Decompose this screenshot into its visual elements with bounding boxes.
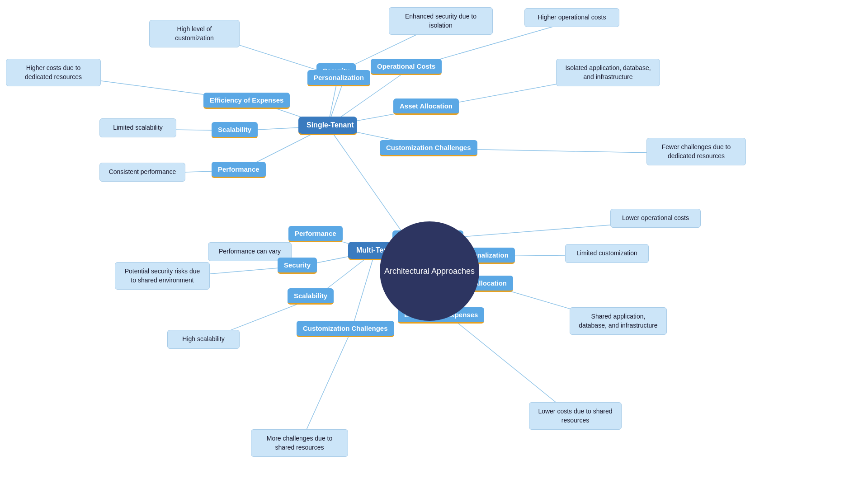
leaf-st-opcosts: Higher operational costs	[524, 8, 619, 27]
leaf-st-custom-ch: Fewer challenges due to dedicated resour…	[646, 138, 746, 165]
svg-line-24	[352, 251, 375, 329]
leaf-mt-scalability: High scalability	[167, 330, 240, 349]
mid-mt-security: Security	[278, 258, 317, 274]
leaf-mt-efficiency: Lower costs due to shared resources	[529, 402, 622, 430]
mind-map-canvas: Architectural ApproachesSingle-TenantSec…	[0, 0, 868, 488]
leaf-st-asset: Isolated application, database, and infr…	[556, 59, 660, 86]
leaf-st-performance: Consistent performance	[99, 163, 185, 182]
center-node: Architectural Approaches	[380, 221, 479, 321]
svg-line-25	[300, 329, 352, 445]
leaf-mt-personalization: Limited customization	[565, 244, 649, 263]
leaf-st-personalization: High level of customization	[149, 20, 240, 47]
leaf-mt-security: Potential security risks due to shared e…	[115, 262, 210, 290]
mid-st-custom-ch: Customization Challenges	[380, 140, 477, 156]
mid-st-performance: Performance	[212, 162, 266, 178]
leaf-st-scalability: Limited scalability	[99, 118, 176, 137]
mid-st-efficiency: Efficiency of Expenses	[203, 93, 290, 109]
mid-mt-customch: Customization Challenges	[297, 321, 394, 337]
mid-st-opcosts: Operational Costs	[371, 59, 442, 75]
leaf-mt-opcosts: Lower operational costs	[610, 209, 701, 228]
leaf-mt-customch: More challenges due to shared resources	[251, 429, 348, 457]
mid-st-personalization: Personalization	[307, 70, 370, 86]
mid-st-asset: Asset Allocation	[393, 99, 459, 115]
leaf-st-efficiency: Higher costs due to dedicated resources	[6, 59, 101, 86]
mid-mt-performance: Performance	[288, 226, 343, 242]
leaf-st-security: Enhanced security due to isolation	[389, 7, 493, 35]
mid-st-scalability: Scalability	[212, 122, 258, 138]
branch-single-tenant: Single-Tenant	[298, 117, 357, 135]
leaf-mt-asset: Shared application, database, and infras…	[570, 307, 667, 335]
mid-mt-scalability: Scalability	[288, 288, 334, 305]
